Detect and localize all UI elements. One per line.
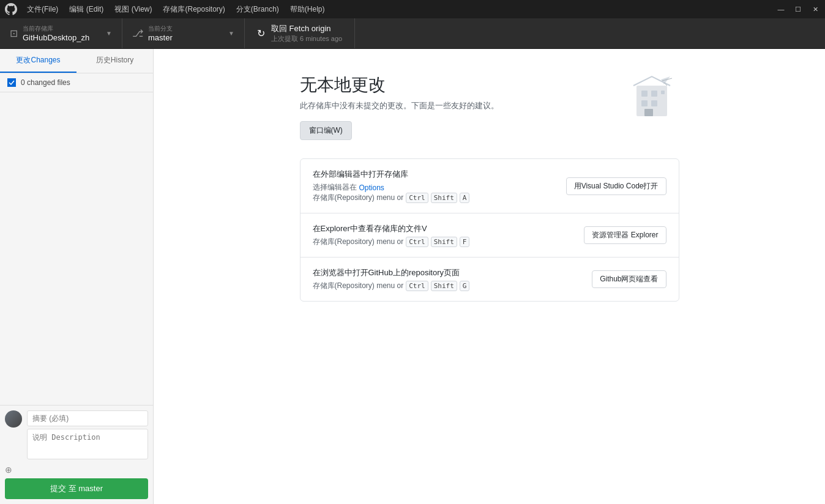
commit-user-icon: ⊕	[5, 465, 12, 475]
card-editor-options-link[interactable]: Options	[359, 183, 384, 192]
commit-fields	[27, 410, 148, 461]
repo-text: 当前存储库 GitHubDesktop_zh	[23, 24, 101, 42]
files-count: 0 changed files	[21, 78, 70, 87]
repo-chevron-icon: ▼	[106, 30, 112, 37]
current-repo-section[interactable]: ⊡ 当前存储库 GitHubDesktop_zh ▼	[0, 18, 122, 48]
card-editor-left: 在外部编辑器中打开存储库 选择编辑器在 Options 存储库(Reposito…	[313, 169, 556, 203]
commit-description-input[interactable]	[27, 429, 148, 459]
files-header: 0 changed files	[0, 73, 153, 92]
card-github-title: 在浏览器中打开GitHub上的repository页面	[313, 267, 583, 278]
menu-branch[interactable]: 分支(Branch)	[231, 2, 284, 17]
card-github-kbd2: Shift	[431, 281, 457, 291]
card-github-menu-text: 存储库(Repository) menu or	[313, 281, 404, 291]
card-github-shortcut: 存储库(Repository) menu or Ctrl Shift G	[313, 281, 583, 291]
card-open-github: 在浏览器中打开GitHub上的repository页面 存储库(Reposito…	[301, 258, 679, 301]
repo-icon: ⊡	[10, 28, 18, 39]
open-github-web-button[interactable]: Github网页端查看	[592, 270, 666, 288]
card-editor-title: 在外部编辑器中打开存储库	[313, 169, 556, 180]
fetch-icon: ↻	[257, 28, 265, 39]
branch-chevron-icon: ▼	[228, 30, 234, 37]
sidebar: 更改Changes 历史History 0 changed files	[0, 49, 154, 504]
svg-rect-5	[651, 100, 657, 106]
card-editor-shortcut: 存储库(Repository) menu or Ctrl Shift A	[313, 193, 556, 203]
card-github-kbd1: Ctrl	[406, 281, 428, 291]
card-explorer-kbd3: F	[460, 237, 470, 247]
svg-rect-6	[644, 109, 653, 116]
card-github-kbd3: G	[460, 281, 470, 291]
repo-value: GitHubDesktop_zh	[23, 33, 89, 42]
minimize-button[interactable]: —	[776, 6, 786, 13]
titlebar: 文件(File) 编辑 (Edit) 视图 (View) 存储库(Reposit…	[0, 0, 825, 18]
menu-file[interactable]: 文件(File)	[22, 2, 63, 17]
tab-changes[interactable]: 更改Changes	[0, 49, 77, 73]
open-vscode-button[interactable]: 用Visual Studio Code打开	[566, 177, 666, 195]
card-github-left: 在浏览器中打开GitHub上的repository页面 存储库(Reposito…	[313, 267, 583, 291]
card-editor-kbd2: Shift	[431, 193, 457, 203]
branch-text: 当前分支 master	[148, 24, 223, 42]
no-changes-header: 无本地更改 此存储库中没有未提交的更改。下面是一些友好的建议。 窗口编(W)	[300, 73, 679, 152]
tab-history[interactable]: 历史History	[77, 49, 153, 73]
fetch-origin-button[interactable]: ↻ 取回 Fetch origin 上次提取 6 minutes ago	[245, 18, 355, 48]
main-layout: 更改Changes 历史History 0 changed files	[0, 49, 825, 504]
commit-button[interactable]: 提交 至 master	[5, 478, 148, 499]
open-editor-button[interactable]: 窗口编(W)	[300, 121, 352, 140]
card-explorer-kbd2: Shift	[431, 237, 457, 247]
avatar	[5, 410, 22, 428]
svg-rect-4	[641, 100, 648, 106]
menu-edit[interactable]: 编辑 (Edit)	[64, 2, 108, 17]
branch-value: master	[148, 33, 173, 42]
fetch-sublabel: 上次提取 6 minutes ago	[271, 34, 342, 43]
card-editor-kbd1: Ctrl	[406, 193, 428, 203]
svg-rect-2	[651, 91, 657, 97]
repo-label: 当前存储库	[23, 24, 101, 33]
content-area: 无本地更改 此存储库中没有未提交的更改。下面是一些友好的建议。 窗口编(W)	[154, 49, 825, 504]
fetch-label: 取回 Fetch origin	[271, 23, 342, 34]
commit-area: ⊕ 提交 至 master	[0, 405, 153, 504]
building-illustration	[624, 73, 679, 122]
svg-rect-3	[661, 91, 665, 94]
sidebar-tabs: 更改Changes 历史History	[0, 49, 153, 73]
maximize-button[interactable]: ☐	[793, 6, 803, 13]
menu-view[interactable]: 视图 (View)	[110, 2, 157, 17]
card-editor-menu-text: 存储库(Repository) menu or	[313, 193, 404, 203]
no-changes-title: 无本地更改	[300, 73, 499, 97]
commit-footer: ⊕	[5, 465, 148, 475]
branch-icon: ⎇	[132, 28, 143, 39]
card-editor-kbd3: A	[460, 193, 470, 203]
github-logo-icon	[5, 3, 17, 15]
files-list	[0, 92, 153, 405]
cards-container: 在外部编辑器中打开存储库 选择编辑器在 Options 存储库(Reposito…	[300, 158, 679, 302]
svg-rect-1	[641, 91, 648, 97]
card-editor-desc-prefix: 选择编辑器在	[313, 182, 357, 193]
menu-help[interactable]: 帮助(Help)	[285, 2, 330, 17]
card-explorer-shortcut: 存储库(Repository) menu or Ctrl Shift F	[313, 237, 575, 247]
open-explorer-button[interactable]: 资源管理器 Explorer	[584, 226, 666, 244]
branch-label: 当前分支	[148, 24, 223, 33]
window-controls: — ☐ ✕	[776, 6, 820, 13]
no-changes-text-block: 无本地更改 此存储库中没有未提交的更改。下面是一些友好的建议。 窗口编(W)	[300, 73, 499, 152]
current-branch-section[interactable]: ⎇ 当前分支 master ▼	[122, 18, 245, 48]
commit-summary-input[interactable]	[27, 410, 148, 426]
no-changes-section: 无本地更改 此存储库中没有未提交的更改。下面是一些友好的建议。 窗口编(W)	[300, 73, 679, 302]
menu-repository[interactable]: 存储库(Repository)	[158, 2, 230, 17]
card-explorer-menu-text: 存储库(Repository) menu or	[313, 237, 404, 247]
fetch-text: 取回 Fetch origin 上次提取 6 minutes ago	[271, 23, 342, 43]
close-button[interactable]: ✕	[810, 6, 820, 13]
commit-input-row	[5, 410, 148, 461]
card-open-explorer: 在Explorer中查看存储库的文件V 存储库(Repository) menu…	[301, 213, 679, 258]
titlebar-menu: 文件(File) 编辑 (Edit) 视图 (View) 存储库(Reposit…	[22, 2, 776, 17]
card-explorer-kbd1: Ctrl	[406, 237, 428, 247]
avatar-image	[5, 410, 22, 428]
card-open-editor: 在外部编辑器中打开存储库 选择编辑器在 Options 存储库(Reposito…	[301, 159, 679, 213]
toolbar: ⊡ 当前存储库 GitHubDesktop_zh ▼ ⎇ 当前分支 master…	[0, 18, 825, 49]
illustration	[624, 73, 679, 124]
no-changes-subtitle: 此存储库中没有未提交的更改。下面是一些友好的建议。	[300, 100, 499, 111]
card-explorer-title: 在Explorer中查看存储库的文件V	[313, 223, 575, 234]
card-editor-desc: 选择编辑器在 Options	[313, 182, 556, 193]
select-all-checkbox[interactable]	[7, 78, 16, 87]
card-explorer-left: 在Explorer中查看存储库的文件V 存储库(Repository) menu…	[313, 223, 575, 247]
